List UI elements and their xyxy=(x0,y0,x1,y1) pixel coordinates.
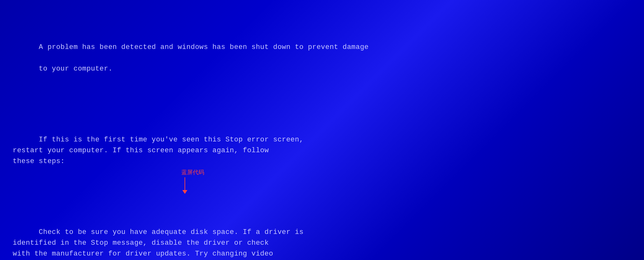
annotation-container: 蓝屏代码 xyxy=(178,168,204,194)
bsod-header-text: A problem has been detected and windows … xyxy=(13,10,631,260)
header-line2: to your computer. xyxy=(39,65,113,73)
header-line1: A problem has been detected and windows … xyxy=(39,43,369,51)
annotation-line xyxy=(185,177,185,190)
disk-space-paragraph: Check to be sure you have adequate disk … xyxy=(13,216,631,260)
annotation-label: 蓝屏代码 xyxy=(181,168,204,176)
disk-space-text: Check to be sure you have adequate disk … xyxy=(13,228,304,260)
first-time-text: If this is the first time you've seen th… xyxy=(13,136,304,165)
header-paragraph: A problem has been detected and windows … xyxy=(13,31,631,85)
first-time-paragraph: If this is the first time you've seen th… xyxy=(13,124,631,178)
annotation-arrow xyxy=(182,190,187,194)
bsod-screen: A problem has been detected and windows … xyxy=(0,0,644,260)
